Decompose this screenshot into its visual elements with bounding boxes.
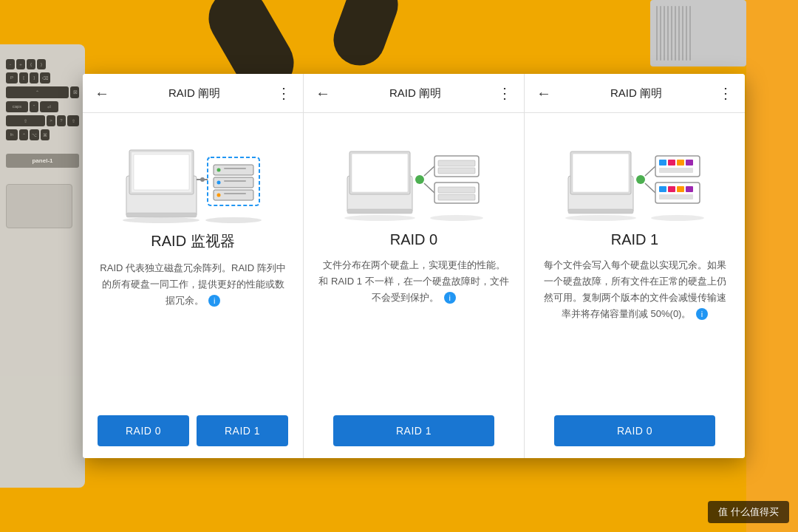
panel-1-header: ← RAID 阐明 ⋮: [83, 74, 303, 113]
svg-rect-4: [126, 213, 197, 217]
panel-1-main-title: RAID 监视器: [83, 231, 303, 251]
panel-1-description: RAID 代表独立磁盘冗余阵列。RAID 阵列中的所有硬盘一同工作，提供更好的性…: [83, 260, 303, 309]
panel-1-buttons: RAID 0 RAID 1: [83, 403, 303, 458]
svg-point-33: [430, 215, 483, 221]
svg-rect-49: [668, 186, 675, 192]
panel-3-menu-button[interactable]: ⋮: [718, 84, 733, 102]
svg-rect-36: [573, 154, 629, 192]
svg-rect-44: [677, 160, 684, 166]
panel-3-title: RAID 阐明: [554, 86, 718, 100]
panel-raid-monitor: ← RAID 阐明 ⋮: [83, 74, 304, 458]
svg-rect-42: [659, 160, 666, 166]
svg-point-9: [217, 168, 221, 172]
panel-3-info-icon[interactable]: i: [696, 308, 708, 320]
panel-1-title: RAID 阐明: [112, 86, 276, 100]
svg-rect-3: [134, 154, 189, 190]
svg-point-53: [565, 215, 636, 221]
panel-2-description: 文件分布在两个硬盘上，实现更佳的性能。和 RAID 1 不一样，在一个硬盘故障时…: [304, 257, 524, 306]
svg-point-38: [636, 175, 645, 184]
svg-rect-48: [659, 186, 666, 192]
svg-line-25: [424, 183, 434, 193]
panel-3-header: ← RAID 阐明 ⋮: [525, 74, 745, 113]
svg-rect-47: [655, 183, 700, 203]
svg-point-54: [651, 215, 704, 221]
panel-1-raid0-button[interactable]: RAID 0: [98, 415, 189, 446]
panel-3-illustration: [525, 113, 745, 231]
option-key: panel-1: [6, 154, 79, 168]
panel-3-buttons: RAID 0: [525, 403, 745, 458]
svg-rect-37: [568, 209, 633, 214]
svg-point-17: [123, 217, 200, 223]
svg-rect-43: [668, 160, 675, 166]
svg-rect-46: [659, 168, 693, 173]
svg-line-24: [424, 166, 434, 176]
svg-point-32: [344, 215, 415, 221]
panel-1-menu-button[interactable]: ⋮: [276, 84, 291, 102]
svg-rect-50: [677, 186, 684, 192]
panel-2-buttons: RAID 1: [304, 403, 524, 458]
svg-point-18: [205, 217, 262, 223]
panel-3-back-button[interactable]: ←: [536, 85, 551, 102]
svg-point-23: [415, 175, 424, 184]
panel-1-back-button[interactable]: ←: [95, 85, 109, 102]
svg-rect-22: [347, 209, 412, 214]
panel-2-raid1-button[interactable]: RAID 1: [333, 415, 494, 446]
panel-2-back-button[interactable]: ←: [316, 85, 330, 102]
svg-rect-12: [224, 168, 246, 169]
panel-2-header: ← RAID 阐明 ⋮: [304, 74, 524, 113]
watermark: 值 什么值得买: [708, 501, 789, 523]
panel-2-illustration: [304, 113, 524, 231]
svg-point-10: [217, 181, 221, 185]
panel-2-main-title: RAID 0: [304, 231, 524, 248]
panel-1-raid1-button[interactable]: RAID 1: [197, 415, 288, 446]
svg-rect-21: [352, 154, 408, 192]
panel-raid-0: ← RAID 阐明 ⋮: [304, 74, 525, 458]
panel-3-description: 每个文件会写入每个硬盘以实现冗余。如果一个硬盘故障，所有文件在正常的硬盘上仍然可…: [525, 257, 745, 322]
panel-2-menu-button[interactable]: ⋮: [497, 84, 512, 102]
svg-rect-51: [686, 186, 693, 192]
svg-rect-27: [438, 160, 475, 166]
svg-rect-45: [686, 160, 693, 166]
svg-line-40: [645, 183, 655, 193]
panel-3-main-title: RAID 1: [525, 231, 745, 248]
svg-rect-41: [655, 156, 700, 177]
svg-rect-13: [224, 180, 246, 182]
svg-rect-28: [438, 168, 475, 174]
svg-rect-14: [224, 193, 246, 194]
panel-2-info-icon[interactable]: i: [444, 292, 456, 304]
svg-rect-31: [438, 194, 475, 200]
panel-3-raid0-button[interactable]: RAID 0: [554, 415, 715, 446]
svg-rect-30: [438, 187, 475, 193]
svg-point-16: [200, 177, 205, 182]
svg-line-39: [645, 166, 655, 176]
panel-2-title: RAID 阐明: [333, 86, 497, 100]
svg-point-11: [217, 194, 221, 197]
panel-1-info-icon[interactable]: i: [208, 295, 220, 307]
panel-1-illustration: [83, 113, 303, 231]
panel-raid-1: ← RAID 阐明 ⋮: [525, 74, 745, 458]
svg-rect-52: [659, 194, 693, 200]
